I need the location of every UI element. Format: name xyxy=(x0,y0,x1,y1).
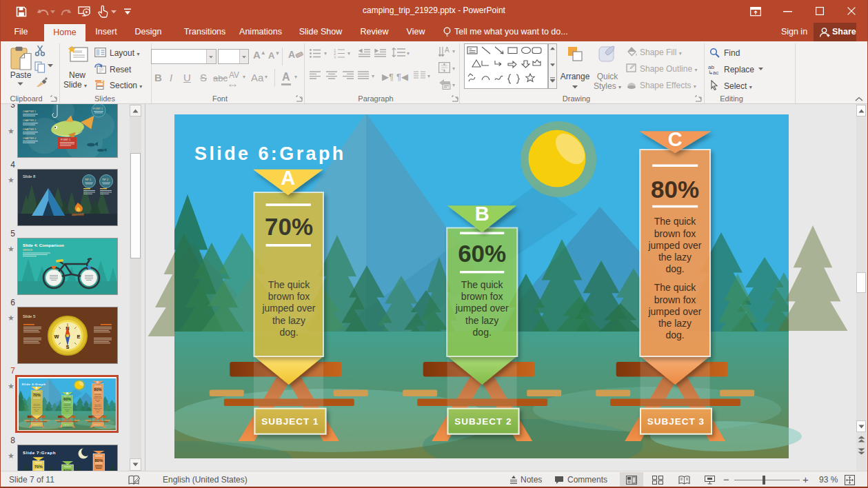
svg-text:70%: 70% xyxy=(34,465,43,469)
svg-text:E: E xyxy=(77,334,80,340)
svg-text:A: A xyxy=(445,46,450,54)
svg-text:CHAPTER 2: CHAPTER 2 xyxy=(23,119,36,122)
svg-text:TIP 2: TIP 2 xyxy=(102,179,108,181)
svg-text:W: W xyxy=(54,334,59,340)
svg-text:VERSUS: VERSUS xyxy=(23,249,33,252)
svg-text:POINT 1: POINT 1 xyxy=(61,139,70,141)
svg-text:3: 3 xyxy=(334,56,336,59)
svg-text:CHAPTER 3: CHAPTER 3 xyxy=(23,128,36,131)
svg-text:Slide 8: Slide 8 xyxy=(23,174,36,179)
svg-text:POINT 2: POINT 2 xyxy=(93,108,103,110)
svg-text:Slide 7:Graph: Slide 7:Graph xyxy=(23,450,56,455)
svg-text:CHAPTER 4: CHAPTER 4 xyxy=(23,137,36,140)
svg-text:80%: 80% xyxy=(94,458,103,462)
svg-text:↳ac: ↳ac xyxy=(708,70,718,74)
svg-text:Slide 4: Comparison: Slide 4: Comparison xyxy=(23,243,64,247)
svg-text:TIP 1: TIP 1 xyxy=(85,179,91,181)
svg-text:CHAPTER 1: CHAPTER 1 xyxy=(23,110,36,113)
svg-text:Slide 5: Slide 5 xyxy=(23,314,36,318)
